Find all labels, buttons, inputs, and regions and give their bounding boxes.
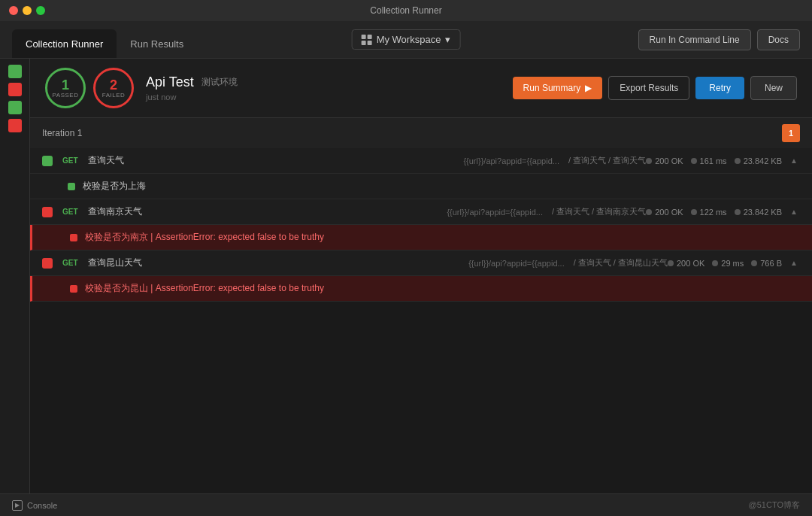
failed-stat: 2 FAILED (93, 68, 134, 108)
workspace-button[interactable]: My Workspace ▾ (352, 29, 461, 50)
assertion1-dot (68, 183, 75, 190)
req1-path: / 查询天气 / 查询天气 (568, 155, 646, 166)
console-label[interactable]: Console (27, 501, 57, 510)
assertion3-text: 校验是否为昆山 | AssertionError: expected false… (85, 282, 324, 295)
assertion-row-1-1: 校验是否为上海 (30, 174, 812, 199)
sidebar-indicator-3[interactable] (8, 101, 22, 114)
request-row-3[interactable]: GET 查询昆山天气 {{url}}/api?appid={{appid... … (30, 250, 812, 302)
req3-size: 766 B (751, 259, 782, 268)
workspace-selector: My Workspace ▾ (352, 29, 461, 50)
assertion-row-3-1: 校验是否为昆山 | AssertionError: expected false… (30, 276, 812, 302)
export-results-button[interactable]: Export Results (608, 76, 689, 100)
req1-name: 查询天气 (88, 154, 464, 167)
req2-stats: 200 OK 122 ms 23.842 KB (646, 208, 782, 217)
assertion1-text: 校验是否为上海 (83, 180, 146, 193)
title-bar: Collection Runner (0, 0, 812, 21)
tab-collection-runner[interactable]: Collection Runner (12, 29, 117, 58)
req1-url: {{url}}/api?appid={{appid... (463, 156, 559, 165)
req3-name: 查询昆山天气 (88, 256, 469, 269)
run-env: 测试环境 (201, 76, 238, 89)
console-icon: ▶ (12, 500, 23, 511)
run-header: 1 PASSED 2 FAILED Api Test 测试环境 just now… (30, 59, 812, 118)
grid-icon (362, 35, 372, 45)
run-summary-button[interactable]: Run Summary ▶ (513, 77, 603, 99)
req3-status-dot (42, 258, 53, 269)
iteration-label: Iteration 1 (42, 128, 82, 138)
req1-method: GET (59, 155, 82, 166)
request-row-2[interactable]: GET 查询南京天气 {{url}}/api?appid={{appid... … (30, 199, 812, 250)
req1-stats: 200 OK 161 ms 23.842 KB (646, 156, 782, 165)
nav-tabs: Collection Runner Run Results (12, 21, 197, 58)
minimize-button[interactable] (23, 6, 32, 15)
failed-count: 2 (110, 78, 117, 92)
req3-time: 29 ms (712, 259, 744, 268)
run-time: just now (146, 93, 513, 102)
req2-time: 122 ms (691, 208, 727, 217)
run-command-line-button[interactable]: Run In Command Line (638, 29, 751, 50)
req1-size: 23.842 KB (735, 156, 782, 165)
assertion-row-2-1: 校验是否为南京 | AssertionError: expected false… (30, 225, 812, 250)
req1-status-dot (42, 156, 53, 166)
req2-path: / 查询天气 / 查询南京天气 (552, 206, 646, 217)
nav-bar: Collection Runner Run Results My Workspa… (0, 21, 812, 59)
close-button[interactable] (9, 6, 18, 15)
request-row-1[interactable]: GET 查询天气 {{url}}/api?appid={{appid... / … (30, 148, 812, 199)
passed-count: 1 (62, 78, 69, 92)
docs-button[interactable]: Docs (757, 29, 800, 50)
assertion3-dot (70, 285, 77, 293)
status-bar: ▶ Console @51CTO博客 (0, 493, 812, 516)
req3-path: / 查询天气 / 查询昆山天气 (574, 257, 668, 269)
main-content: 1 PASSED 2 FAILED Api Test 测试环境 just now… (0, 59, 812, 493)
req3-stats: 200 OK 29 ms 766 B (668, 259, 782, 268)
iteration-header: Iteration 1 1 (30, 118, 812, 148)
req1-expand-icon[interactable]: ▲ (788, 155, 800, 167)
nav-right-actions: Run In Command Line Docs (638, 29, 800, 50)
run-actions: Run Summary ▶ Export Results Retry New (513, 76, 797, 100)
req3-expand-icon[interactable]: ▲ (788, 257, 800, 269)
req1-status: 200 OK (646, 156, 683, 165)
run-name: Api Test (146, 74, 194, 90)
content-area: 1 PASSED 2 FAILED Api Test 测试环境 just now… (30, 59, 812, 493)
new-button[interactable]: New (750, 76, 797, 100)
sidebar-indicator-2[interactable] (8, 83, 22, 96)
chevron-down-icon: ▾ (445, 34, 450, 45)
window-title: Collection Runner (370, 5, 441, 16)
sidebar-indicator-1[interactable] (8, 65, 22, 78)
run-info: Api Test 测试环境 just now (146, 74, 513, 102)
req2-method: GET (59, 206, 82, 217)
workspace-label: My Workspace (377, 34, 441, 45)
req3-url: {{url}}/api?appid={{appid... (468, 259, 565, 268)
req2-status-dot (42, 207, 53, 217)
tab-run-results[interactable]: Run Results (117, 29, 197, 58)
play-icon: ▶ (585, 83, 592, 93)
req2-status: 200 OK (646, 208, 683, 217)
failed-label: FAILED (102, 92, 126, 99)
sidebar-indicator-4[interactable] (8, 119, 22, 132)
run-title: Api Test 测试环境 (146, 74, 513, 90)
results-area: Iteration 1 1 GET 查询天气 {{url}}/api?appid… (30, 118, 812, 302)
passed-label: PASSED (53, 92, 79, 99)
assertion2-dot (70, 234, 77, 241)
req1-time: 161 ms (691, 156, 727, 165)
iteration-badge: 1 (782, 124, 800, 142)
maximize-button[interactable] (36, 6, 45, 15)
req2-expand-icon[interactable]: ▲ (788, 206, 800, 218)
req3-method: GET (59, 257, 82, 269)
sidebar (0, 59, 30, 493)
attribution: @51CTO博客 (749, 499, 800, 511)
assertion2-text: 校验是否为南京 | AssertionError: expected false… (85, 231, 324, 244)
req2-url: {{url}}/api?appid={{appid... (447, 208, 543, 217)
req3-status: 200 OK (668, 259, 704, 268)
passed-stat: 1 PASSED (45, 68, 86, 108)
status-left: ▶ Console (12, 500, 57, 511)
run-stats: 1 PASSED 2 FAILED (45, 68, 134, 108)
req2-name: 查询南京天气 (88, 205, 447, 218)
traffic-lights (9, 6, 45, 15)
req2-size: 23.842 KB (735, 208, 782, 217)
retry-button[interactable]: Retry (695, 77, 744, 99)
